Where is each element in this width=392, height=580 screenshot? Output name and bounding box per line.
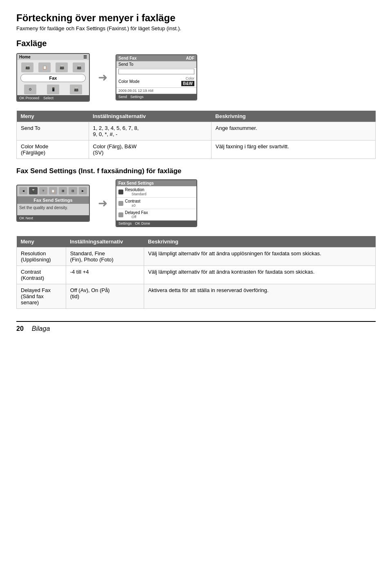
sendfax-sendto-label: Send To	[116, 61, 196, 68]
faxlage-screens: Home ☰ 📠 📋 📠 📠 Fax ⚙ 📱 📠 OK Proceed Sele…	[16, 53, 376, 102]
faxmenu-desc: Set the quality and density.	[17, 204, 89, 215]
home-icon-4: 📠	[73, 62, 85, 72]
table2-header-desc: Beskrivning	[144, 236, 375, 248]
faxmenu-icons-row: ◄ 📠 ? 📋 ⊞ ⊟ ►	[17, 185, 89, 196]
home-screen: Home ☰ 📠 📋 📠 📠 Fax ⚙ 📱 📠 OK Proceed Sele…	[16, 53, 90, 102]
contrast-icon	[118, 201, 123, 206]
home-select-label: Select	[43, 96, 53, 100]
faxsend-done-label: OK Done	[135, 221, 150, 225]
sendfax-datetime: 2009.09.01 12:19 AM	[116, 88, 196, 94]
faxmenu-icon-7: ►	[79, 187, 87, 194]
table1-header-menu: Meny	[17, 111, 89, 122]
resolution-icon	[118, 190, 123, 194]
sendfax-sendto-input	[118, 69, 194, 74]
table2-row1-menu: Resolution(Upplösning)	[17, 248, 66, 266]
table2-row3-desc: Aktivera detta för att ställa in reserve…	[144, 284, 375, 309]
sendfax-color-opt: Color	[185, 76, 194, 80]
home-icon-3: 📠	[56, 62, 68, 72]
resolution-val: Standard	[131, 192, 147, 196]
section2-title: Fax Send Settings (Inst. f faxsändning) …	[16, 167, 376, 175]
table-faxlage: Meny Inställningsalternativ Beskrivning …	[16, 111, 376, 159]
contrast-label: Contrast	[125, 199, 140, 203]
footer-label: Bilaga	[32, 325, 50, 332]
faxmenu-screen: ◄ 📠 ? 📋 ⊞ ⊟ ► Fax Send Settings Set the …	[16, 185, 90, 222]
faxsend-screen: Fax Send Settings Resolution Standard Co…	[116, 179, 197, 227]
sendfax-send-label: Send	[118, 95, 127, 99]
table1-row2-setting: Color (Färg), B&W(SV)	[89, 141, 211, 159]
footer-page-number: 20	[16, 325, 24, 332]
table2-row2-menu: Contrast(Kontrast)	[17, 266, 66, 284]
faxmenu-icon-6: ⊟	[69, 187, 77, 194]
sendfax-colormode-label: Color Mode	[118, 79, 140, 84]
home-bottom-icons: ⚙ 📱 📠	[17, 83, 89, 95]
home-icon-6: 📱	[47, 85, 59, 94]
sendfax-screen: Send Fax ADF Send To Color Mode Color B&…	[116, 54, 197, 100]
delayed-label: Delayed Fax	[125, 210, 148, 215]
table1-row2-desc: Välj faxning i färg eller svartvitt.	[211, 141, 375, 159]
sendfax-adf: ADF	[186, 56, 194, 60]
table1-row1-menu: Send To	[17, 122, 89, 141]
sendfax-color-val: B&W	[181, 81, 194, 86]
table-row: Color Mode(Färgläge) Color (Färg), B&W(S…	[17, 141, 376, 159]
table-row: Send To 1, 2, 3, 4, 5, 6, 7, 8,9, 0, *, …	[17, 122, 376, 141]
home-screen-topbar: Home ☰	[17, 54, 89, 60]
page-footer: 20 Bilaga	[16, 321, 376, 332]
faxsend-settings-label: Settings	[118, 221, 132, 225]
table-row: Resolution(Upplösning) Standard, Fine(Fi…	[17, 248, 376, 266]
resolution-label: Resolution	[125, 187, 147, 192]
table-row: Delayed Fax(Sänd faxsenare) Off (Av), On…	[17, 284, 376, 309]
faxmenu-icon-4: 📋	[49, 187, 57, 194]
faxmenu-icon-3: ?	[39, 187, 47, 194]
table2-header-setting: Inställningsalternativ	[66, 236, 144, 248]
faxmenu-icon-2: 📠	[29, 187, 37, 194]
home-icon-5: ⚙	[24, 85, 36, 94]
faxsend-contrast-row: Contrast ±0	[116, 198, 196, 209]
table2-row2-setting: -4 till +4	[66, 266, 144, 284]
table1-row2-menu: Color Mode(Färgläge)	[17, 141, 89, 159]
arrow-icon-2: ➜	[98, 196, 107, 210]
delayed-icon	[118, 212, 123, 217]
faxmenu-icon-1: ◄	[19, 187, 27, 194]
home-ok-label: OK Proceed	[19, 96, 39, 100]
table1-row1-desc: Ange faxnummer.	[211, 122, 375, 141]
table2-header-menu: Meny	[17, 236, 66, 248]
table1-header-setting: Inställningsalternativ	[89, 111, 211, 122]
home-label: Home	[19, 55, 31, 59]
faxsend-delayed-row: Delayed Fax Off	[116, 209, 196, 221]
table-faxsend: Meny Inställningsalternativ Beskrivning …	[16, 236, 376, 309]
home-icon-7: 📠	[70, 85, 82, 94]
home-fax-button: Fax	[20, 74, 86, 82]
page-subtitle: Faxmeny för faxläge och Fax Settings (Fa…	[16, 25, 376, 31]
table2-row1-desc: Välj lämpligt alternativ för att ändra u…	[144, 248, 375, 266]
home-icons-row: 📠 📋 📠 📠	[17, 60, 89, 73]
table2-row3-setting: Off (Av), On (På)(tid)	[66, 284, 144, 309]
table-row: Contrast(Kontrast) -4 till +4 Välj lämpl…	[17, 266, 376, 284]
sendfax-topbar: Send Fax ADF	[116, 55, 196, 61]
table1-row1-setting: 1, 2, 3, 4, 5, 6, 7, 8,9, 0, *, #, -	[89, 122, 211, 141]
home-bottom-bar: OK Proceed Select	[17, 95, 89, 101]
section1-title: Faxläge	[16, 39, 376, 48]
contrast-val: ±0	[131, 203, 140, 207]
faxmenu-bottombar: OK Next	[17, 215, 89, 221]
sendfax-settings-label: Settings	[130, 95, 144, 99]
home-icon-1: 📠	[21, 62, 33, 72]
arrow-icon-1: ➜	[98, 71, 107, 84]
faxsend-screens: ◄ 📠 ? 📋 ⊞ ⊟ ► Fax Send Settings Set the …	[16, 179, 376, 227]
faxsend-topbar: Fax Send Settings	[116, 180, 196, 186]
home-icon-2: 📋	[38, 62, 51, 72]
faxmenu-label: Fax Send Settings	[17, 196, 89, 204]
table2-row2-desc: Välj lämpligt alternativ för att ändra k…	[144, 266, 375, 284]
table2-row1-setting: Standard, Fine(Fin), Photo (Foto)	[66, 248, 144, 266]
faxmenu-icon-5: ⊞	[59, 187, 67, 194]
faxsend-resolution-row: Resolution Standard	[116, 186, 196, 198]
sendfax-colormode-row: Color Mode Color B&W	[116, 75, 196, 88]
delayed-val: Off	[131, 215, 148, 219]
sendfax-bottombar: Send Settings	[116, 94, 196, 100]
home-icon: ☰	[83, 55, 87, 59]
table1-header-desc: Beskrivning	[211, 111, 375, 122]
table2-row3-menu: Delayed Fax(Sänd faxsenare)	[17, 284, 66, 309]
faxsend-bottombar: Settings OK Done	[116, 221, 196, 226]
sendfax-title: Send Fax	[118, 56, 136, 60]
page-title: Förteckning över menyer i faxläge	[16, 12, 376, 24]
